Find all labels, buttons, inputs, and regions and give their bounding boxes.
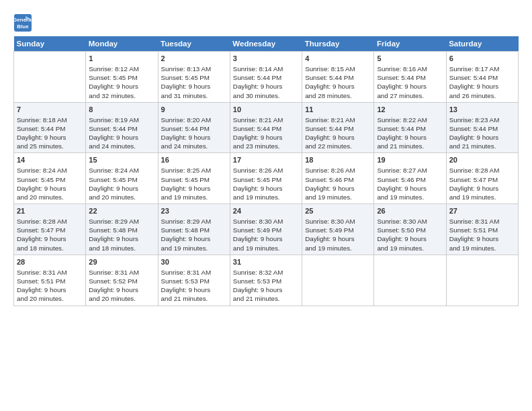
- day-number: 24: [233, 206, 299, 216]
- day-cell: 10Sunrise: 8:21 AMSunset: 5:44 PMDayligh…: [230, 102, 302, 153]
- header-cell-monday: Monday: [86, 36, 158, 52]
- cell-info: Sunset: 5:49 PM: [305, 226, 371, 234]
- header-cell-saturday: Saturday: [446, 36, 518, 52]
- cell-info: Daylight: 9 hours: [305, 184, 371, 193]
- cell-info: Sunset: 5:44 PM: [233, 73, 299, 82]
- cell-info: Sunset: 5:48 PM: [161, 226, 227, 234]
- day-cell: [14, 52, 86, 103]
- week-row-3: 14Sunrise: 8:24 AMSunset: 5:45 PMDayligh…: [14, 153, 519, 204]
- cell-info: Daylight: 9 hours: [89, 133, 154, 142]
- day-number: 4: [305, 54, 371, 64]
- cell-info: Sunrise: 8:32 AM: [233, 268, 299, 277]
- cell-info: and 21 minutes.: [449, 142, 515, 150]
- cell-info: Daylight: 9 hours: [89, 234, 154, 243]
- day-number: 28: [17, 257, 83, 267]
- cell-info: Sunrise: 8:22 AM: [377, 116, 443, 124]
- cell-info: Sunset: 5:53 PM: [233, 277, 299, 285]
- cell-info: Sunrise: 8:28 AM: [17, 217, 83, 226]
- cell-info: Daylight: 9 hours: [17, 133, 83, 142]
- cell-info: Sunrise: 8:16 AM: [377, 64, 443, 73]
- day-cell: 13Sunrise: 8:23 AMSunset: 5:44 PMDayligh…: [446, 102, 518, 153]
- cell-info: Sunset: 5:44 PM: [377, 124, 443, 133]
- cell-info: Sunrise: 8:27 AM: [377, 166, 443, 175]
- calendar-table: SundayMondayTuesdayWednesdayThursdayFrid…: [13, 36, 519, 306]
- cell-info: and 19 minutes.: [233, 244, 299, 253]
- day-cell: 16Sunrise: 8:25 AMSunset: 5:45 PMDayligh…: [158, 153, 230, 204]
- cell-info: Sunset: 5:44 PM: [305, 73, 371, 82]
- cell-info: Daylight: 9 hours: [233, 133, 299, 142]
- day-cell: 2Sunrise: 8:13 AMSunset: 5:45 PMDaylight…: [158, 52, 230, 103]
- day-number: 22: [89, 206, 154, 216]
- cell-info: Daylight: 9 hours: [305, 82, 371, 91]
- cell-info: Sunset: 5:45 PM: [233, 175, 299, 184]
- day-number: 11: [305, 105, 371, 115]
- cell-info: Sunrise: 8:30 AM: [377, 217, 443, 226]
- cell-info: Daylight: 9 hours: [161, 82, 227, 91]
- day-number: 18: [305, 155, 371, 165]
- day-cell: 3Sunrise: 8:14 AMSunset: 5:44 PMDaylight…: [230, 52, 302, 103]
- cell-info: and 23 minutes.: [233, 142, 299, 150]
- day-number: 8: [89, 105, 154, 115]
- cell-info: Daylight: 9 hours: [161, 184, 227, 193]
- calendar-body: 1Sunrise: 8:12 AMSunset: 5:45 PMDaylight…: [14, 52, 519, 306]
- day-number: 10: [233, 105, 299, 115]
- day-number: 15: [89, 155, 154, 165]
- day-number: 5: [377, 54, 443, 64]
- cell-info: Sunrise: 8:19 AM: [89, 116, 154, 124]
- cell-info: Daylight: 9 hours: [449, 133, 515, 142]
- cell-info: Sunset: 5:44 PM: [377, 73, 443, 82]
- cell-info: Daylight: 9 hours: [233, 184, 299, 193]
- cell-info: and 27 minutes.: [377, 91, 443, 100]
- day-cell: 19Sunrise: 8:27 AMSunset: 5:46 PMDayligh…: [374, 153, 446, 204]
- cell-info: and 19 minutes.: [377, 244, 443, 253]
- cell-info: and 18 minutes.: [89, 244, 154, 253]
- cell-info: Sunrise: 8:24 AM: [17, 166, 83, 175]
- cell-info: and 31 minutes.: [161, 91, 227, 100]
- day-cell: 30Sunrise: 8:31 AMSunset: 5:53 PMDayligh…: [158, 255, 230, 306]
- cell-info: Sunset: 5:45 PM: [89, 73, 154, 82]
- cell-info: Daylight: 9 hours: [449, 184, 515, 193]
- day-cell: 9Sunrise: 8:20 AMSunset: 5:44 PMDaylight…: [158, 102, 230, 153]
- cell-info: and 21 minutes.: [161, 294, 227, 303]
- day-number: 14: [17, 155, 83, 165]
- cell-info: and 20 minutes.: [17, 193, 83, 201]
- header-cell-sunday: Sunday: [14, 36, 86, 52]
- cell-info: Sunset: 5:45 PM: [89, 175, 154, 184]
- cell-info: Daylight: 9 hours: [377, 184, 443, 193]
- day-cell: 31Sunrise: 8:32 AMSunset: 5:53 PMDayligh…: [230, 255, 302, 306]
- day-cell: 7Sunrise: 8:18 AMSunset: 5:44 PMDaylight…: [14, 102, 86, 153]
- week-row-2: 7Sunrise: 8:18 AMSunset: 5:44 PMDaylight…: [14, 102, 519, 153]
- day-cell: 8Sunrise: 8:19 AMSunset: 5:44 PMDaylight…: [86, 102, 158, 153]
- svg-text:Blue: Blue: [17, 24, 29, 30]
- cell-info: Sunset: 5:45 PM: [161, 73, 227, 82]
- day-number: 20: [449, 155, 515, 165]
- cell-info: and 20 minutes.: [89, 193, 154, 201]
- cell-info: Sunset: 5:44 PM: [161, 124, 227, 133]
- cell-info: and 19 minutes.: [305, 193, 371, 201]
- cell-info: Sunrise: 8:12 AM: [89, 64, 154, 73]
- day-cell: 15Sunrise: 8:24 AMSunset: 5:45 PMDayligh…: [86, 153, 158, 204]
- day-cell: 24Sunrise: 8:30 AMSunset: 5:49 PMDayligh…: [230, 204, 302, 255]
- cell-info: and 19 minutes.: [161, 244, 227, 253]
- day-cell: 12Sunrise: 8:22 AMSunset: 5:44 PMDayligh…: [374, 102, 446, 153]
- cell-info: Sunrise: 8:31 AM: [89, 268, 154, 277]
- day-cell: 4Sunrise: 8:15 AMSunset: 5:44 PMDaylight…: [302, 52, 374, 103]
- cell-info: Sunrise: 8:21 AM: [305, 116, 371, 124]
- cell-info: Sunset: 5:53 PM: [161, 277, 227, 285]
- cell-info: and 19 minutes.: [449, 193, 515, 201]
- cell-info: and 21 minutes.: [233, 294, 299, 303]
- day-cell: 25Sunrise: 8:30 AMSunset: 5:49 PMDayligh…: [302, 204, 374, 255]
- cell-info: Daylight: 9 hours: [17, 285, 83, 294]
- cell-info: and 24 minutes.: [161, 142, 227, 150]
- cell-info: Daylight: 9 hours: [89, 82, 154, 91]
- day-cell: 22Sunrise: 8:29 AMSunset: 5:48 PMDayligh…: [86, 204, 158, 255]
- cell-info: and 19 minutes.: [449, 244, 515, 253]
- cell-info: Sunset: 5:50 PM: [377, 226, 443, 234]
- day-cell: [374, 255, 446, 306]
- day-number: 17: [233, 155, 299, 165]
- day-cell: 18Sunrise: 8:26 AMSunset: 5:46 PMDayligh…: [302, 153, 374, 204]
- day-number: 13: [449, 105, 515, 115]
- cell-info: and 21 minutes.: [377, 142, 443, 150]
- page: General Blue SundayMondayTuesdayWednesda…: [0, 0, 532, 411]
- cell-info: Daylight: 9 hours: [305, 234, 371, 243]
